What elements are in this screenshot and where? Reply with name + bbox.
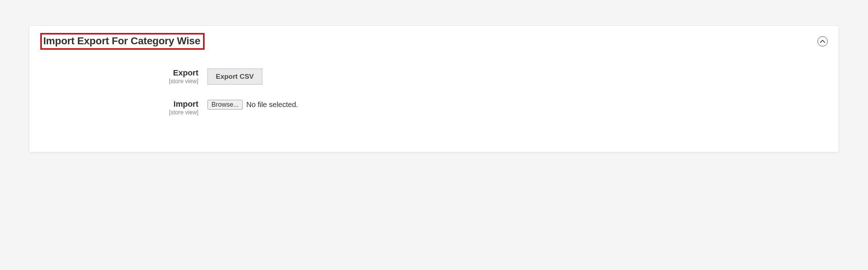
chevron-up-icon	[820, 40, 825, 43]
collapse-toggle[interactable]	[817, 36, 828, 46]
export-field-row: Export [store view] Export CSV	[40, 68, 828, 85]
browse-button[interactable]: Browse...	[207, 100, 243, 110]
import-value-col: Browse... No file selected.	[207, 99, 298, 110]
export-scope: [store view]	[40, 78, 198, 85]
panel-title-highlight: Import Export For Category Wise	[40, 33, 205, 50]
import-scope: [store view]	[40, 109, 198, 116]
config-panel: Import Export For Category Wise Export […	[29, 25, 839, 152]
panel-title: Import Export For Category Wise	[43, 35, 200, 46]
export-csv-button[interactable]: Export CSV	[207, 69, 262, 85]
import-label: Import	[40, 100, 198, 109]
export-value-col: Export CSV	[207, 68, 262, 85]
file-status: No file selected.	[246, 101, 298, 109]
export-label: Export	[40, 69, 198, 77]
import-field-row: Import [store view] Browse... No file se…	[40, 99, 828, 116]
panel-header: Import Export For Category Wise	[40, 33, 828, 50]
export-label-col: Export [store view]	[40, 68, 207, 85]
import-label-col: Import [store view]	[40, 99, 207, 116]
